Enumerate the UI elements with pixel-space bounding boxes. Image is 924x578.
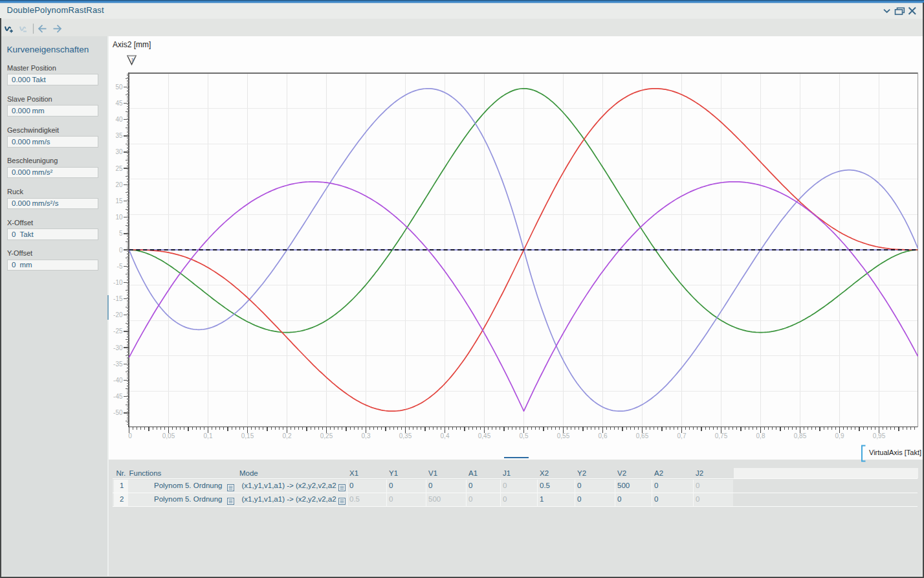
svg-text:30: 30 [115, 148, 123, 155]
svg-text:-15: -15 [113, 295, 123, 302]
svg-text:-5: -5 [117, 263, 123, 270]
svg-text:0: 0 [128, 432, 132, 439]
svg-text:5: 5 [119, 230, 123, 237]
svg-text:1: 1 [131, 57, 135, 63]
svg-text:0,05: 0,05 [162, 432, 175, 439]
svg-text:0,1: 0,1 [204, 432, 213, 439]
svg-text:0,55: 0,55 [557, 432, 570, 439]
svg-text:-10: -10 [113, 279, 123, 286]
svg-text:15: 15 [115, 197, 123, 205]
svg-text:0,6: 0,6 [599, 432, 608, 439]
svg-text:0,75: 0,75 [715, 432, 728, 439]
svg-text:-30: -30 [113, 344, 123, 351]
svg-text:0,2: 0,2 [283, 432, 292, 439]
svg-text:0,15: 0,15 [241, 432, 254, 439]
svg-text:0,45: 0,45 [478, 432, 491, 439]
svg-text:-40: -40 [113, 377, 123, 384]
svg-text:20: 20 [115, 181, 123, 188]
svg-text:0,25: 0,25 [320, 432, 333, 439]
svg-text:45: 45 [115, 100, 123, 107]
svg-text:-45: -45 [113, 393, 123, 400]
svg-text:10: 10 [115, 214, 123, 221]
svg-text:0,9: 0,9 [835, 432, 844, 439]
svg-text:-25: -25 [113, 328, 123, 335]
svg-text:0,7: 0,7 [677, 432, 687, 439]
svg-text:0: 0 [119, 247, 123, 254]
svg-text:-20: -20 [113, 311, 123, 318]
svg-text:0,4: 0,4 [441, 432, 450, 439]
svg-text:40: 40 [115, 116, 123, 123]
svg-text:0,65: 0,65 [636, 432, 649, 439]
svg-text:0,95: 0,95 [873, 432, 886, 439]
svg-text:25: 25 [115, 165, 123, 172]
svg-text:-35: -35 [113, 361, 123, 368]
svg-text:0,35: 0,35 [399, 432, 412, 439]
svg-text:0,5: 0,5 [520, 432, 529, 439]
svg-text:50: 50 [115, 83, 123, 91]
svg-text:0,3: 0,3 [362, 432, 371, 439]
svg-text:0,8: 0,8 [756, 432, 765, 439]
svg-text:0,85: 0,85 [794, 432, 807, 439]
svg-text:35: 35 [115, 132, 123, 139]
svg-text:-50: -50 [113, 409, 123, 416]
